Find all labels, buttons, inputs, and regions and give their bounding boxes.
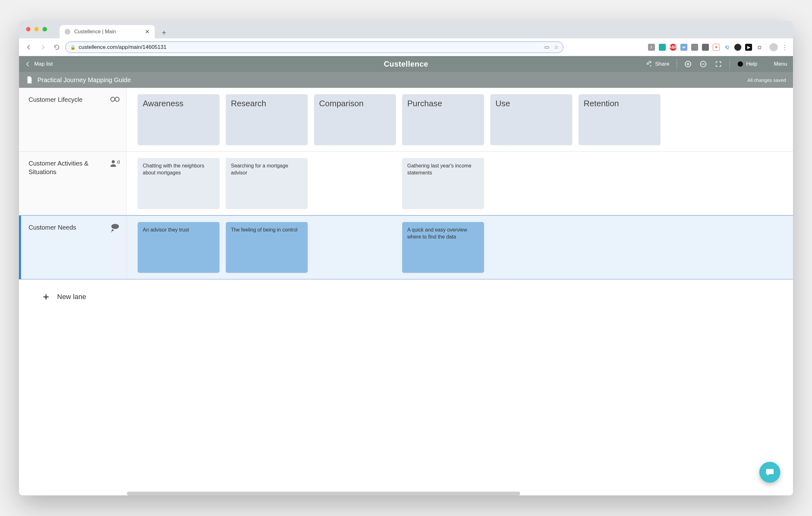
svg-point-8 bbox=[112, 229, 114, 231]
menu-label: Menu bbox=[774, 61, 787, 67]
browser-tab[interactable]: Custellence | Main ✕ bbox=[60, 25, 155, 38]
save-status: All changes saved bbox=[747, 77, 786, 83]
app-topbar: Map list Custellence Share Help Menu bbox=[19, 56, 793, 72]
lane-title[interactable]: Customer Lifecycle bbox=[29, 95, 103, 104]
add-lane-button[interactable]: ＋ New lane bbox=[19, 279, 793, 314]
arrow-left-icon bbox=[26, 44, 32, 51]
bookmark-star-icon[interactable]: ☆ bbox=[554, 44, 558, 51]
phase-card[interactable]: Retention bbox=[579, 94, 660, 145]
lane-activities[interactable]: Customer Activities & Situations Chattin… bbox=[19, 152, 793, 216]
favicon-icon bbox=[65, 29, 70, 35]
nav-forward-button[interactable] bbox=[37, 42, 48, 53]
share-icon bbox=[645, 61, 652, 67]
ext-abp-icon[interactable]: ABP bbox=[670, 44, 676, 51]
ext-gray-icon[interactable] bbox=[691, 44, 698, 51]
ext-circle-icon[interactable] bbox=[734, 44, 741, 51]
infinity-icon bbox=[108, 95, 120, 104]
lane-lifecycle[interactable]: Customer Lifecycle Awareness Research Co… bbox=[19, 88, 793, 152]
url-text: custellence.com/app/main/14605131 bbox=[79, 44, 167, 51]
browser-toolbar: 🔒 custellence.com/app/main/14605131 ▭ ☆ … bbox=[19, 38, 793, 56]
profile-avatar[interactable] bbox=[770, 43, 778, 51]
hamburger-icon bbox=[764, 61, 771, 67]
nav-reload-button[interactable] bbox=[51, 42, 62, 53]
svg-point-9 bbox=[111, 231, 112, 232]
empty-slot[interactable] bbox=[314, 158, 396, 209]
activity-card[interactable]: Chatting with the neighbors about mortga… bbox=[138, 158, 220, 209]
need-card[interactable]: A quick and easy overview where to find … bbox=[402, 222, 484, 273]
share-button[interactable]: Share bbox=[645, 61, 669, 67]
phase-card[interactable]: Awareness bbox=[138, 94, 220, 145]
activity-card[interactable]: Gathering last year's income statements bbox=[402, 158, 484, 209]
reader-mode-icon[interactable]: ▭ bbox=[544, 44, 549, 51]
ext-link-icon[interactable]: ⇔ bbox=[680, 44, 687, 51]
browser-tabbar: Custellence | Main ✕ ＋ bbox=[19, 21, 793, 38]
phase-card[interactable]: Comparison bbox=[314, 94, 396, 145]
document-title[interactable]: Practical Journey Mapping Guide bbox=[37, 77, 131, 84]
window-close-button[interactable] bbox=[26, 27, 30, 31]
extension-icons: i ABP ⇔ ✦ IQ ▶ ▢ bbox=[648, 44, 763, 51]
ext-iq-icon[interactable]: IQ bbox=[724, 44, 730, 51]
expand-icon bbox=[715, 61, 722, 67]
ext-frame-icon[interactable]: ▢ bbox=[756, 44, 763, 51]
svg-point-7 bbox=[111, 224, 119, 229]
activity-card[interactable]: Searching for a mortgage advisor bbox=[226, 158, 308, 209]
ext-dark-icon[interactable] bbox=[702, 44, 709, 51]
phase-card[interactable]: Research bbox=[226, 94, 308, 145]
chat-icon bbox=[765, 467, 775, 477]
map-list-link[interactable]: Map list bbox=[25, 61, 53, 67]
new-tab-button[interactable]: ＋ bbox=[158, 26, 170, 38]
thought-bubble-icon bbox=[110, 223, 120, 233]
ext-orange-icon[interactable]: ✦ bbox=[713, 44, 720, 51]
svg-point-6 bbox=[112, 160, 115, 163]
app-brand: Custellence bbox=[384, 60, 428, 68]
minus-circle-icon bbox=[699, 60, 707, 68]
zoom-out-button[interactable] bbox=[699, 60, 707, 68]
tab-close-icon[interactable]: ✕ bbox=[145, 28, 150, 35]
phase-card[interactable]: Purchase bbox=[402, 94, 484, 145]
zoom-in-button[interactable] bbox=[684, 60, 692, 68]
svg-point-0 bbox=[650, 62, 651, 63]
menu-button[interactable]: Menu bbox=[764, 61, 787, 67]
lock-icon: 🔒 bbox=[70, 45, 76, 50]
lane-title[interactable]: Customer Activities & Situations bbox=[29, 159, 105, 176]
person-speaking-icon bbox=[110, 159, 120, 169]
add-lane-label: New lane bbox=[57, 293, 86, 301]
fullscreen-button[interactable] bbox=[714, 60, 723, 68]
help-button[interactable]: Help bbox=[737, 61, 757, 67]
document-bar: Practical Journey Mapping Guide All chan… bbox=[19, 72, 793, 88]
reload-icon bbox=[54, 44, 60, 51]
need-card[interactable]: An advisor they trust bbox=[138, 222, 220, 273]
window-maximize-button[interactable] bbox=[42, 27, 47, 31]
nav-back-button[interactable] bbox=[24, 42, 34, 53]
document-icon bbox=[26, 76, 33, 84]
tab-title: Custellence | Main bbox=[74, 29, 116, 35]
address-bar[interactable]: 🔒 custellence.com/app/main/14605131 ▭ ☆ bbox=[65, 41, 563, 53]
help-label: Help bbox=[746, 61, 757, 67]
browser-menu-button[interactable]: ⋮ bbox=[781, 44, 788, 51]
plus-circle-icon bbox=[684, 60, 692, 68]
arrow-right-icon bbox=[40, 44, 46, 51]
ext-teal-icon[interactable] bbox=[659, 44, 666, 51]
chat-support-button[interactable] bbox=[759, 462, 780, 483]
share-label: Share bbox=[655, 61, 669, 67]
help-icon bbox=[737, 61, 744, 67]
window-minimize-button[interactable] bbox=[34, 27, 39, 31]
phase-card[interactable]: Use bbox=[490, 94, 572, 145]
arrow-left-icon bbox=[25, 61, 31, 67]
empty-slot[interactable] bbox=[314, 222, 396, 273]
map-list-label: Map list bbox=[34, 61, 53, 67]
journey-canvas: Customer Lifecycle Awareness Research Co… bbox=[19, 88, 793, 495]
lane-title[interactable]: Customer Needs bbox=[29, 223, 106, 232]
ext-info-icon[interactable]: i bbox=[648, 44, 655, 51]
svg-point-1 bbox=[647, 63, 648, 65]
horizontal-scrollbar[interactable] bbox=[127, 492, 520, 495]
svg-point-2 bbox=[650, 65, 651, 66]
lane-needs[interactable]: Customer Needs An advisor they trust The… bbox=[19, 216, 793, 279]
ext-play-icon[interactable]: ▶ bbox=[745, 44, 752, 51]
plus-icon: ＋ bbox=[41, 290, 51, 303]
need-card[interactable]: The feeling of being in control bbox=[226, 222, 308, 273]
